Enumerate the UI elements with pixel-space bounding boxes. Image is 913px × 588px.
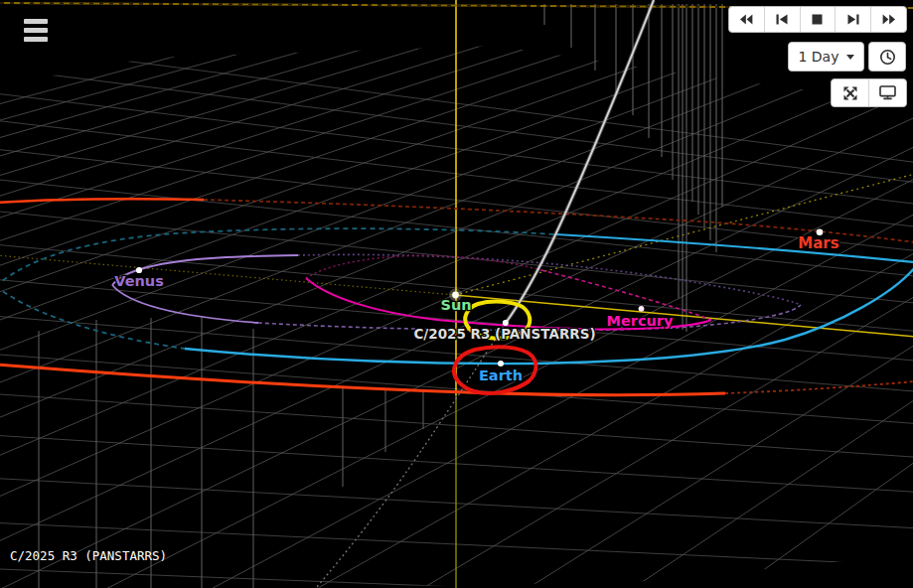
info-object-name: C/2025 R3 (PANSTARRS)	[10, 547, 190, 566]
view-controls	[831, 78, 907, 107]
mars-orbit-bright-lower	[0, 365, 725, 395]
menu-button[interactable]	[24, 19, 48, 42]
comet-label: C/2025 R3 (PANSTARRS)	[413, 326, 595, 342]
step-forward-button[interactable]	[835, 7, 870, 32]
mercury-marker[interactable]	[639, 306, 645, 312]
stop-icon	[812, 14, 823, 25]
display-mode-button[interactable]	[868, 79, 906, 106]
time-interval-dropdown[interactable]: 1 Day	[788, 42, 864, 72]
set-time-button[interactable]	[868, 42, 906, 72]
fast-backward-button[interactable]	[729, 7, 764, 32]
comet-trajectory	[316, 0, 654, 588]
earth-orbit-bright-upper	[556, 234, 913, 262]
mars-orbit-bright-upper-left	[0, 199, 204, 203]
clock-icon	[879, 49, 896, 66]
vernal-axis-dim	[0, 255, 455, 295]
step-backward-icon	[776, 14, 788, 25]
venus-orbit-bright-lower	[112, 285, 258, 323]
orbit-canvas[interactable]: Sun Venus Mercury Mars Earth C/2025 R3 (…	[0, 0, 913, 588]
sun-label: Sun	[440, 297, 471, 313]
fast-backward-icon	[739, 14, 753, 25]
stop-button[interactable]	[800, 7, 836, 32]
venus-label: Venus	[114, 273, 164, 289]
step-forward-icon	[847, 14, 859, 25]
fullscreen-arrows-icon	[843, 86, 857, 100]
playback-controls	[728, 6, 907, 33]
time-interval-value: 1 Day	[798, 49, 838, 65]
orbit-viewer-window: Sun Venus Mercury Mars Earth C/2025 R3 (…	[0, 0, 913, 588]
mars-label: Mars	[798, 234, 838, 252]
monitor-icon	[879, 85, 896, 100]
earth-marker[interactable]	[498, 361, 504, 367]
fullscreen-button[interactable]	[832, 79, 868, 106]
earth-label: Earth	[479, 368, 523, 383]
mercury-label: Mercury	[607, 313, 674, 329]
fast-forward-icon	[882, 14, 896, 25]
step-backward-button[interactable]	[764, 7, 800, 32]
earth-orbit-far-upper	[0, 228, 556, 286]
object-info-panel: C/2025 R3 (PANSTARRS) Earth Distance: 0.…	[10, 511, 190, 588]
chevron-down-icon	[846, 55, 854, 60]
fast-forward-button[interactable]	[870, 7, 906, 32]
